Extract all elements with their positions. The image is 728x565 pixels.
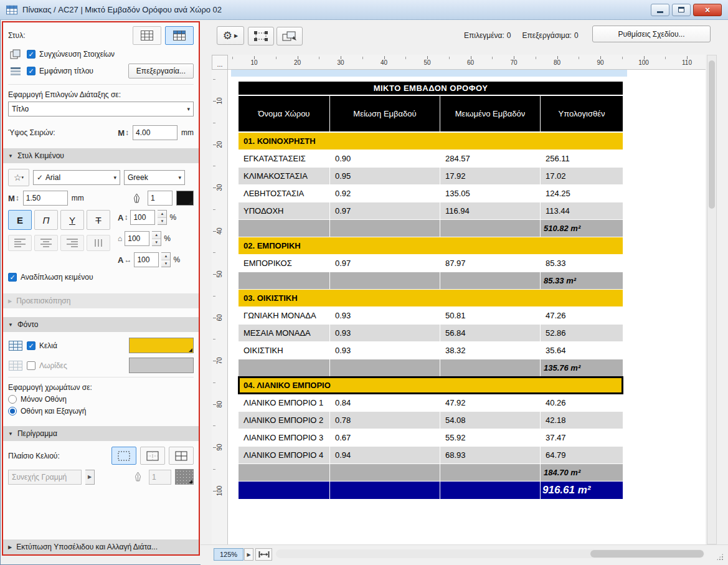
line-type-value: Συνεχής Γραμμή — [12, 473, 67, 482]
horizontal-scrollbar-thumb[interactable] — [590, 550, 704, 558]
frame-dotted-button[interactable] — [111, 447, 136, 465]
schedule-data-row[interactable]: ΕΜΠΟΡΙΚΟΣ0.9787.9785.33 — [239, 255, 623, 272]
titlebar[interactable]: Πίνακας / AC27 | Μικτό Εμβαδόν Ορόφου αν… — [0, 0, 728, 20]
schedule-cell: 284.57 — [440, 150, 541, 167]
transform-tool-button[interactable] — [277, 27, 303, 45]
footer-section-header[interactable]: ▶ Εκτύπωση Υποσέλιδου και Αλλαγή Διάτα..… — [3, 539, 199, 554]
merge-elements-checkbox[interactable] — [27, 50, 35, 59]
text-style-section-header[interactable]: ▼ Στυλ Κειμένου — [3, 148, 199, 163]
letter-spacing-input[interactable] — [134, 252, 159, 267]
letter-scale-stepper[interactable]: ▲▼ — [158, 210, 167, 225]
bold-button[interactable]: E — [8, 210, 32, 230]
preview-section-header: ▶ Προεπισκόπηση — [3, 293, 199, 308]
align-justify-button[interactable] — [87, 235, 110, 251]
row-height-input[interactable] — [133, 125, 177, 140]
text-wrap-checkbox[interactable] — [8, 273, 17, 282]
schedule-data-row[interactable]: ΕΓΚΑΤΑΣΤΑΣΕΙΣ0.90284.57256.11 — [239, 150, 623, 167]
collapse-triangle-icon: ▼ — [8, 431, 13, 437]
table-extent-guide — [231, 70, 627, 77]
schedule-data-row[interactable]: ΛΙΑΝΙΚΟ ΕΜΠΟΡΙΟ 10.8447.9240.26 — [239, 394, 623, 411]
background-section-header[interactable]: ▼ Φόντο — [3, 317, 199, 332]
stripes-checkbox[interactable] — [27, 361, 35, 370]
drawing-settings-button[interactable]: Ρυθμίσεις Σχεδίου... — [592, 26, 711, 42]
width-factor-stepper[interactable]: ▲▼ — [152, 231, 161, 246]
ruler-minor-tick — [213, 296, 215, 297]
text-size-input[interactable] — [23, 191, 68, 206]
schedule-table[interactable]: ΜΙΚΤΟ ΕΜΒΑΔΟΝ ΟΡΟΦΟΥ Όνομα ΧώρουΜείωση Ε… — [239, 82, 623, 500]
border-section-header[interactable]: ▼ Περίγραμμα — [3, 426, 199, 441]
schedule-data-row[interactable]: ΟΙΚΙΣΤΙΚΗ0.9338.3235.64 — [239, 342, 623, 359]
zoom-menu-button[interactable]: ▶ — [244, 548, 253, 561]
frame-outline-button[interactable] — [140, 447, 165, 465]
fit-width-button[interactable] — [255, 548, 272, 561]
cells-checkbox[interactable] — [27, 341, 35, 350]
schedule-group-row[interactable]: 03. ΟΙΚΙΣΤΙΚΗ — [239, 290, 623, 306]
chevron-down-icon: ▾ — [22, 175, 24, 180]
schedule-data-row[interactable]: ΛΙΑΝΙΚΟ ΕΜΠΟΡΙΟ 20.7854.0842.18 — [239, 412, 623, 429]
screen-and-export-radio[interactable] — [8, 407, 17, 415]
cells-color-swatch[interactable] — [129, 338, 194, 353]
strikethrough-button[interactable]: T — [87, 210, 110, 230]
schedule-subtotal-cell — [440, 359, 541, 376]
close-button[interactable]: × — [693, 4, 722, 16]
script-value: Greek — [128, 173, 148, 182]
schedule-data-row[interactable]: ΛΙΑΝΙΚΟ ΕΜΠΟΡΙΟ 30.6755.9237.47 — [239, 429, 623, 446]
schedule-cell: 0.93 — [330, 325, 440, 341]
vertical-scrollbar-thumb[interactable] — [709, 60, 715, 209]
border-pen-color-swatch[interactable] — [175, 469, 194, 485]
view-options-button[interactable]: ⚙ ▶ — [217, 26, 244, 45]
apply-layout-select[interactable]: Τίτλο ▾ — [8, 102, 194, 116]
schedule-data-row[interactable]: ΛΕΒΗΤΟΣΤΑΣΙΑ0.92135.05124.25 — [239, 185, 623, 202]
horizontal-scrollbar[interactable] — [276, 549, 704, 558]
font-select[interactable]: ✓ Arial ▾ — [33, 170, 120, 185]
drawing-canvas[interactable]: ΜΙΚΤΟ ΕΜΒΑΔΟΝ ΟΡΟΦΟΥ Όνομα ΧώρουΜείωση Ε… — [228, 70, 706, 544]
schedule-group-row[interactable]: 01. ΚΟΙΝΟΧΡΗΣΤΗ — [239, 133, 623, 150]
schedule-cell: ΚΛΙΜΑΚΟΣΤΑΣΙΑ — [239, 168, 330, 184]
restore-button[interactable] — [672, 4, 691, 16]
frame-all-button[interactable] — [169, 447, 194, 465]
schedule-subtotal-cell — [239, 464, 330, 481]
letter-spacing-stepper[interactable]: ▲▼ — [161, 252, 171, 267]
schedule-cell: ΛΙΑΝΙΚΟ ΕΜΠΟΡΙΟ 4 — [239, 447, 330, 463]
schedule-data-row[interactable]: ΥΠΟΔΟΧΗ0.97116.94113.44 — [239, 202, 623, 219]
italic-button[interactable]: Π — [34, 210, 58, 230]
show-title-checkbox[interactable] — [27, 67, 35, 75]
ruler-number: 80 — [215, 397, 224, 411]
width-factor-input[interactable] — [125, 231, 149, 246]
screen-only-radio[interactable] — [8, 395, 17, 404]
letter-scale-input[interactable] — [130, 210, 155, 225]
schedule-cell: ΓΩΝΙΑΚΗ ΜΟΝΑΔΑ — [239, 307, 330, 324]
edit-title-button[interactable]: Επεξεργασία... — [128, 64, 194, 78]
text-pen-input[interactable] — [148, 191, 173, 206]
schedule-data-row[interactable]: ΛΙΑΝΙΚΟ ΕΜΠΟΡΙΟ 40.9468.9364.79 — [239, 447, 623, 463]
favorite-style-button[interactable]: ☆ ▾ — [8, 169, 29, 186]
minimize-button[interactable] — [651, 4, 669, 16]
script-select[interactable]: Greek ▾ — [124, 170, 185, 185]
style-plain-grid-button[interactable] — [133, 26, 161, 45]
pen-icon — [129, 193, 144, 204]
ruler-origin-button[interactable]: ... — [212, 55, 228, 70]
schedule-data-row[interactable]: ΜΕΣΑΙΑ ΜΟΝΑΔΑ0.9356.8452.86 — [239, 325, 623, 341]
schedule-subtotal-row: 184.70 m² — [239, 464, 623, 481]
underline-button[interactable]: Y — [60, 210, 84, 230]
align-right-button[interactable] — [60, 235, 84, 251]
stretch-tool-button[interactable] — [248, 27, 274, 45]
vertical-scrollbar[interactable] — [707, 55, 717, 544]
text-pen-color-swatch[interactable] — [176, 191, 194, 206]
align-center-button[interactable] — [34, 235, 58, 251]
schedule-data-row[interactable]: ΚΛΙΜΑΚΟΣΤΑΣΙΑ0.9517.9217.02 — [239, 168, 623, 184]
collapsed-triangle-icon: ▶ — [8, 298, 12, 304]
schedule-group-row[interactable]: 02. ΕΜΠΟΡΙΚΗ — [239, 237, 623, 254]
ruler-minor-tick — [213, 339, 215, 339]
schedule-cell: 37.47 — [541, 429, 623, 446]
star-icon: ☆ — [14, 173, 22, 183]
chevron-down-icon: ▾ — [113, 174, 116, 181]
row-height-icon: M↕ — [118, 128, 129, 138]
align-left-button[interactable] — [8, 235, 32, 251]
ruler-number: 70 — [510, 59, 517, 66]
schedule-total-row: 916.61 m² — [239, 482, 623, 499]
schedule-data-row[interactable]: ΓΩΝΙΑΚΗ ΜΟΝΑΔΑ0.9350.8147.26 — [239, 307, 623, 324]
style-header-grid-button[interactable] — [165, 26, 194, 45]
schedule-group-row[interactable]: 04. ΛΙΑΝΙΚΟ ΕΜΠΟΡΙΟ — [239, 377, 623, 394]
zoom-level[interactable]: 125% — [214, 548, 243, 561]
